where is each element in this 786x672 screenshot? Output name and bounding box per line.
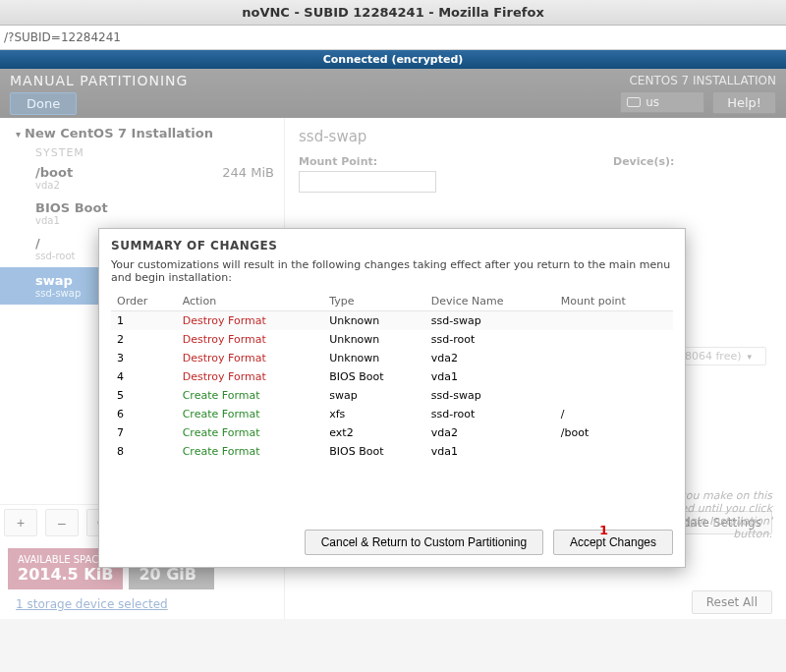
dialog-intro: Your customizations will result in the f… [111, 258, 673, 284]
table-row[interactable]: 5Create Formatswapssd-swap [111, 386, 673, 405]
col-mount: Mount point [555, 292, 673, 311]
add-mount-button[interactable]: + [4, 509, 37, 536]
col-action: Action [177, 292, 324, 311]
mount-dev: vda2 [0, 180, 284, 196]
mount-name: /boot [35, 165, 222, 180]
summary-of-changes-dialog: SUMMARY OF CHANGES Your customizations w… [98, 228, 686, 568]
url-bar[interactable]: /?SUBID=12284241 [0, 26, 786, 50]
mount-point-label: Mount Point: [299, 155, 436, 168]
annotation-marker-1: 1 [599, 523, 608, 537]
devices-label: Device(s): [613, 155, 675, 168]
connection-status: Connected (encrypted) [0, 50, 786, 69]
dialog-title: SUMMARY OF CHANGES [111, 239, 673, 252]
reset-all-button[interactable]: Reset All [692, 590, 772, 614]
mount-row-biosboot[interactable]: BIOS Boot [0, 196, 284, 215]
product-label: CENTOS 7 INSTALLATION [620, 74, 776, 87]
window-title: noVNC - SUBID 12284241 - Mozilla Firefox [0, 0, 786, 26]
cancel-return-button[interactable]: Cancel & Return to Custom Partitioning [305, 530, 543, 555]
mount-size: 244 MiB [222, 165, 274, 180]
remove-mount-button[interactable]: – [45, 509, 79, 536]
accept-changes-button[interactable]: Accept Changes [553, 530, 673, 555]
table-row[interactable]: 1Destroy FormatUnknownssd-swap [111, 311, 673, 331]
help-button[interactable]: Help! [712, 91, 776, 114]
table-row[interactable]: 8Create FormatBIOS Bootvda1 [111, 442, 673, 461]
available-space-label: AVAILABLE SPACE [18, 554, 104, 565]
table-row[interactable]: 4Destroy FormatBIOS Bootvda1 [111, 367, 673, 386]
mount-point-input[interactable] [299, 171, 436, 193]
col-type: Type [323, 292, 425, 311]
install-group-header[interactable]: New CentOS 7 Installation [0, 118, 284, 144]
keyboard-icon [627, 97, 641, 107]
page-title: MANUAL PARTITIONING [10, 73, 620, 88]
col-device: Device Name [425, 292, 555, 311]
changes-table: Order Action Type Device Name Mount poin… [111, 292, 673, 461]
table-row[interactable]: 6Create Formatxfsssd-root/ [111, 405, 673, 423]
storage-devices-link[interactable]: 1 storage device selected [0, 593, 284, 619]
keyboard-layout-value: us [646, 95, 659, 109]
col-order: Order [111, 292, 177, 311]
mount-name: BIOS Boot [35, 200, 274, 215]
system-section-label: SYSTEM [0, 144, 284, 161]
table-row[interactable]: 2Destroy FormatUnknownssd-root [111, 330, 673, 349]
mount-row-boot[interactable]: /boot 244 MiB [0, 161, 284, 180]
installer-topbar: MANUAL PARTITIONING Done CENTOS 7 INSTAL… [0, 69, 786, 118]
table-row[interactable]: 7Create Formatext2vda2/boot [111, 423, 673, 442]
done-button[interactable]: Done [10, 92, 77, 115]
table-row[interactable]: 3Destroy FormatUnknownvda2 [111, 349, 673, 367]
mount-name: swap [35, 273, 73, 288]
detail-title: ssd-swap [299, 128, 772, 145]
keyboard-layout-selector[interactable]: us [620, 91, 704, 113]
